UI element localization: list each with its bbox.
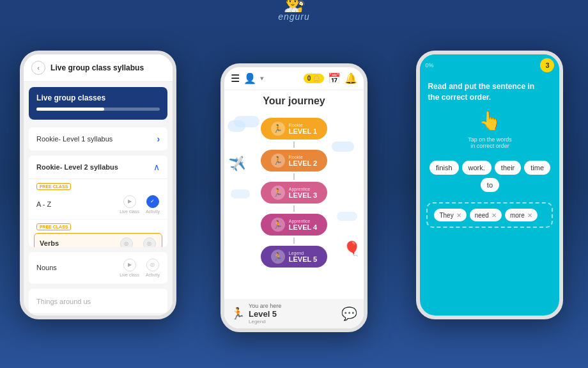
progress-percent: 0% — [425, 62, 433, 68]
coin-icon: 🪙 — [313, 75, 320, 82]
phone-right-inner: 0% 3 Read and put the sentence in the co… — [420, 54, 559, 316]
word-chip-3[interactable]: time — [524, 161, 550, 175]
word-chip-2[interactable]: their — [495, 161, 521, 175]
connector-2 — [293, 173, 295, 180]
level-icon-2: 🏃 — [271, 154, 285, 168]
connector-3 — [293, 205, 295, 212]
answer-chip-1-text: need — [475, 212, 489, 219]
current-level: Level 5 — [249, 309, 281, 319]
activity-icons-verbs: ◎ Live class ◎ Activity — [116, 237, 157, 247]
live-class-icon-az: ▶ — [123, 195, 136, 208]
nouns-live-icon: ▶ — [123, 259, 136, 271]
level-bubble-3: 🏃 Apprentice LEVEL 3 — [261, 182, 327, 204]
enguru-text: enguru — [278, 12, 310, 22]
connector-1 — [293, 141, 295, 148]
center-header-left: ☰ 👤 ▾ — [231, 72, 264, 84]
you-are-here: 🏃 You are here Level 5 Legend — [231, 303, 281, 324]
level-node-2[interactable]: 🏃 Rookie LEVEL 2 — [261, 150, 327, 172]
back-button[interactable]: ‹ — [31, 61, 45, 75]
three-columns: Learn a new topic everyday ‹ Live group … — [0, 14, 588, 368]
level3-sub: Apprentice — [289, 187, 317, 191]
plane-icon: ✈️ — [228, 155, 247, 173]
level-bubble-4: 🏃 Apprentice LEVEL 4 — [261, 214, 327, 236]
level-node-4[interactable]: 🏃 Apprentice LEVEL 4 — [261, 214, 327, 236]
activity-icons-az: ▶ Live class ✓ Activity — [120, 195, 160, 214]
word-chip-4[interactable]: to — [481, 178, 499, 192]
journey-title: Your journey — [224, 90, 364, 109]
level-text-4: Apprentice LEVEL 4 — [289, 219, 317, 231]
word-chip-0[interactable]: finish — [429, 161, 459, 175]
answer-chip-1[interactable]: need ✕ — [470, 209, 502, 221]
level-icon-4: 🏃 — [271, 218, 285, 232]
level2-label: Rookie- Level 2 syllabus — [36, 163, 118, 171]
cloud-4 — [231, 189, 250, 198]
journey-map: ✈️ 🎈 🏃 Rookie LEVEL 1 — [224, 109, 364, 299]
things-title: Things around us — [36, 298, 91, 305]
you-are-here-info: You are here Level 5 Legend — [249, 303, 281, 324]
cloud-3 — [332, 141, 354, 152]
nouns-live-label: Live class — [120, 273, 139, 277]
answer-chip-2[interactable]: more ✕ — [505, 209, 538, 221]
answer-chip-1-remove[interactable]: ✕ — [491, 212, 497, 219]
level-text-3: Apprentice LEVEL 3 — [289, 187, 317, 199]
answer-chip-0[interactable]: They ✕ — [434, 209, 466, 221]
chevron-right-icon: › — [157, 134, 160, 144]
activity-row-verbs[interactable]: Verbs Today ◎ Live class ◎ — [34, 233, 162, 247]
level-node-1[interactable]: 🏃 Rookie LEVEL 1 — [261, 118, 327, 140]
chat-icon[interactable]: 💬 — [341, 306, 357, 321]
dropdown-icon[interactable]: ▾ — [260, 74, 264, 83]
answer-chip-2-text: more — [510, 212, 525, 219]
level-text-1: Rookie LEVEL 1 — [289, 123, 317, 135]
level-icon-5: 🏃 — [271, 250, 285, 264]
level-bubble-2: 🏃 Rookie LEVEL 2 — [261, 150, 327, 172]
main-container: 👨‍🍳 enguru Learn a new topic everyday ‹ … — [0, 0, 588, 368]
activity-row-az[interactable]: A - Z ▶ Live class ✓ Activity — [29, 191, 167, 220]
level-node-3[interactable]: 🏃 Apprentice LEVEL 3 — [261, 182, 327, 204]
verbs-inner: Verbs Today ◎ Live class ◎ — [40, 237, 157, 247]
activity-col-az: ✓ Activity — [146, 195, 160, 214]
answer-chip-2-remove[interactable]: ✕ — [527, 212, 532, 219]
cloud-2 — [228, 120, 245, 132]
nouns-row[interactable]: Nouns ▶ Live class ◎ Activity — [29, 252, 167, 284]
live-class-label-az: Live class — [120, 209, 139, 214]
tap-instruction: Tap on the words in correct order — [420, 134, 559, 156]
free-class-badge-1: FREE CLASS — [36, 183, 71, 190]
level-text-2: Rookie LEVEL 2 — [289, 155, 317, 167]
level2-header[interactable]: Rookie- Level 2 syllabus ∧ — [29, 156, 167, 179]
menu-icon[interactable]: ☰ — [231, 72, 240, 84]
activity-icon-az: ✓ — [146, 195, 159, 208]
levels-container: ✈️ 🎈 🏃 Rookie LEVEL 1 — [224, 113, 364, 296]
level1-name: LEVEL 1 — [289, 127, 317, 135]
phone-center: ☰ 👤 ▾ 0 🪙 📅 🔔 Yo — [220, 63, 368, 332]
phone-left-inner: ‹ Live group class syllabus Live group c… — [24, 54, 173, 316]
calendar-icon[interactable]: 📅 — [328, 72, 341, 84]
level-text-5: Legend LEVEL 5 — [289, 251, 317, 263]
timer-badge: 3 — [540, 58, 554, 72]
live-class-col-az: ▶ Live class — [120, 195, 139, 214]
things-row[interactable]: Things around us — [29, 289, 167, 313]
level-node-5[interactable]: 🏃 Legend LEVEL 5 — [261, 246, 327, 268]
answer-chip-0-text: They — [439, 212, 453, 219]
phone-left-header: ‹ Live group class syllabus — [24, 54, 173, 82]
progress-bar-fill — [36, 108, 104, 111]
enguru-chef-icon: 👨‍🍳 — [283, 0, 306, 12]
word-chip-1[interactable]: work. — [462, 161, 491, 175]
verbs-name: Verbs — [40, 239, 116, 247]
current-level-sub: Legend — [249, 319, 281, 324]
syllabus-item-level1[interactable]: Rookie- Level 1 syllabus › — [29, 127, 167, 150]
bell-icon[interactable]: 🔔 — [344, 72, 357, 84]
level-bubble-1: 🏃 Rookie LEVEL 1 — [261, 118, 327, 140]
profile-avatar[interactable]: 👤 — [244, 72, 256, 84]
answer-area[interactable]: They ✕ need ✕ more ✕ — [426, 202, 553, 228]
phone-center-inner: ☰ 👤 ▾ 0 🪙 📅 🔔 Yo — [224, 67, 364, 328]
coin-count: 0 — [307, 75, 311, 82]
column-learn: Learn a new topic everyday ‹ Live group … — [6, 14, 190, 319]
live-class-icon-verbs: ◎ — [120, 237, 133, 247]
activity-col-verbs: ◎ Activity — [143, 237, 157, 247]
answer-chip-0-remove[interactable]: ✕ — [456, 212, 461, 219]
nouns-activity-icon: ◎ — [146, 259, 159, 271]
nouns-live-col: ▶ Live class — [120, 259, 139, 277]
level-bubble-5: 🏃 Legend LEVEL 5 — [261, 246, 327, 268]
level2-name: LEVEL 2 — [289, 159, 317, 167]
balloon-icon: 🎈 — [343, 241, 360, 257]
